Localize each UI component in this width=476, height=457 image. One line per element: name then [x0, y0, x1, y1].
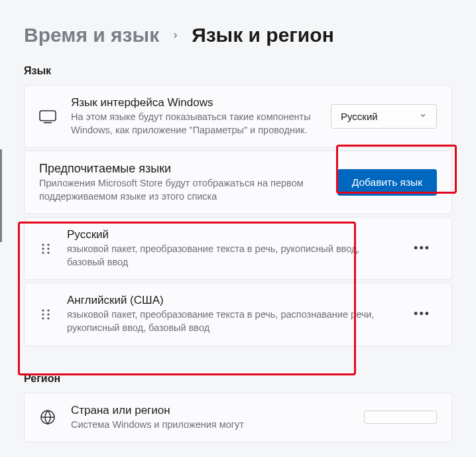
language-item-russian[interactable]: Русский языковой пакет, преобразование т…: [24, 217, 452, 280]
section-header-language: Язык: [24, 65, 452, 77]
svg-point-11: [47, 313, 49, 315]
drag-handle-icon[interactable]: [39, 243, 52, 255]
svg-point-6: [42, 251, 44, 253]
svg-point-7: [47, 251, 49, 253]
preferred-languages-card: Предпочитаемые языки Приложения Microsof…: [24, 151, 452, 214]
display-language-desc: На этом языке будут показываться такие к…: [71, 111, 316, 137]
language-features: языковой пакет, преобразование текста в …: [67, 308, 392, 334]
svg-point-8: [42, 309, 44, 311]
display-language-select[interactable]: Русский: [331, 104, 437, 129]
globe-icon: [39, 409, 56, 426]
page-title: Язык и регион: [192, 24, 334, 46]
country-region-select[interactable]: [364, 411, 437, 424]
preferred-languages-desc: Приложения Microsoft Store будут отображ…: [39, 177, 323, 203]
language-name: Английский (США): [67, 294, 392, 307]
more-options-button[interactable]: •••: [407, 303, 437, 325]
more-options-button[interactable]: •••: [407, 237, 437, 259]
add-language-button[interactable]: Добавить язык: [337, 169, 437, 196]
display-language-title: Язык интерфейса Windows: [71, 96, 316, 109]
svg-point-10: [42, 313, 44, 315]
country-region-desc: Система Windows и приложения могут: [71, 419, 349, 432]
svg-point-13: [47, 317, 49, 319]
svg-point-5: [47, 247, 49, 249]
display-icon: [39, 108, 56, 125]
display-language-selected: Русский: [341, 111, 378, 122]
chevron-right-icon: [171, 27, 180, 44]
language-item-english-us[interactable]: Английский (США) языковой пакет, преобра…: [24, 283, 452, 346]
svg-point-12: [42, 317, 44, 319]
preferred-languages-title: Предпочитаемые языки: [39, 162, 323, 176]
chevron-down-icon: [419, 111, 427, 121]
language-features: языковой пакет, преобразование текста в …: [67, 243, 392, 269]
country-region-card: Страна или регион Система Windows и прил…: [24, 393, 452, 443]
svg-point-3: [47, 243, 49, 245]
scroll-indicator: [0, 149, 2, 242]
svg-point-9: [47, 309, 49, 311]
country-region-title: Страна или регион: [71, 404, 349, 417]
section-header-region: Регион: [24, 373, 452, 385]
svg-point-4: [42, 247, 44, 249]
language-name: Русский: [67, 228, 392, 241]
drag-handle-icon[interactable]: [39, 308, 52, 320]
display-language-card: Язык интерфейса Windows На этом языке бу…: [24, 85, 452, 148]
breadcrumb: Время и язык Язык и регион: [24, 0, 452, 65]
svg-rect-0: [40, 111, 56, 121]
svg-point-2: [42, 243, 44, 245]
breadcrumb-parent[interactable]: Время и язык: [24, 24, 159, 46]
